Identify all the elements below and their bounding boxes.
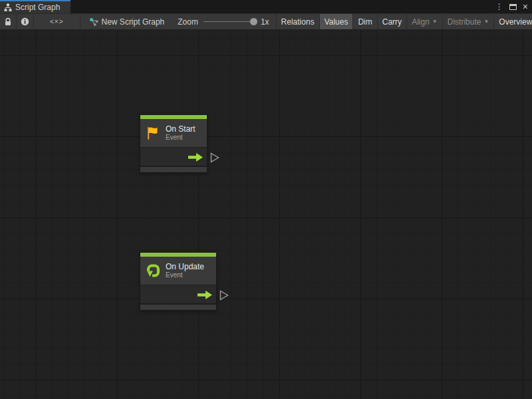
trigger-port-triangle-icon[interactable] bbox=[210, 152, 219, 163]
node-on-start[interactable]: On Start Event bbox=[140, 114, 207, 173]
maximize-button[interactable] bbox=[509, 4, 517, 10]
carry-button[interactable]: Carry bbox=[377, 14, 406, 29]
zoom-value: 1x bbox=[261, 17, 269, 27]
flag-icon bbox=[145, 125, 161, 141]
node-title: On Start bbox=[166, 124, 196, 134]
graph-toolbar: <×> New Script Graph Zoom 1x Relations V… bbox=[0, 13, 532, 29]
loop-icon bbox=[145, 263, 161, 279]
node-footer bbox=[140, 166, 207, 172]
chevron-down-icon: ▼ bbox=[432, 19, 438, 25]
zoom-label: Zoom bbox=[178, 17, 198, 27]
node-port-row bbox=[140, 147, 207, 166]
tab-bar: Script Graph ⋮ × bbox=[0, 0, 532, 13]
zoom-slider-handle[interactable] bbox=[250, 18, 257, 25]
graph-hierarchy-icon bbox=[4, 3, 12, 11]
zoom-slider[interactable] bbox=[203, 21, 255, 22]
node-header[interactable]: On Update Event bbox=[140, 257, 216, 285]
values-button[interactable]: Values bbox=[319, 14, 353, 29]
node-on-update[interactable]: On Update Event bbox=[140, 252, 217, 311]
node-title: On Update bbox=[166, 262, 204, 271]
node-port-row bbox=[140, 285, 216, 303]
node-titles: On Start Event bbox=[166, 124, 196, 142]
breadcrumb[interactable]: New Script Graph bbox=[80, 14, 172, 29]
node-subtitle: Event bbox=[166, 134, 196, 142]
node-titles: On Update Event bbox=[166, 262, 204, 279]
trigger-output-arrow-icon[interactable] bbox=[188, 153, 203, 162]
overview-button[interactable]: Overview bbox=[493, 14, 532, 29]
node-header[interactable]: On Start Event bbox=[140, 119, 207, 147]
graph-canvas[interactable]: On Start Event bbox=[0, 29, 532, 399]
window-menu-button[interactable]: ⋮ bbox=[495, 3, 503, 11]
toolbar-toggles: Relations Values Dim Carry Align ▼ Distr… bbox=[276, 14, 532, 29]
tab-script-graph[interactable]: Script Graph bbox=[0, 0, 70, 13]
node-footer bbox=[140, 303, 216, 310]
info-icon bbox=[21, 17, 29, 26]
code-preview-button[interactable]: <×> bbox=[34, 14, 80, 29]
node-subtitle: Event bbox=[166, 271, 204, 279]
trigger-port-triangle-icon[interactable] bbox=[219, 290, 229, 301]
close-button[interactable]: × bbox=[523, 2, 528, 11]
graph-asset-icon bbox=[90, 17, 98, 26]
lock-button[interactable] bbox=[0, 14, 17, 29]
graph-name: New Script Graph bbox=[102, 17, 165, 27]
relations-button[interactable]: Relations bbox=[276, 14, 319, 29]
window-controls: ⋮ × bbox=[495, 0, 532, 13]
dim-button[interactable]: Dim bbox=[352, 14, 376, 29]
zoom-control: Zoom 1x bbox=[171, 14, 275, 29]
distribute-dropdown[interactable]: Distribute ▼ bbox=[442, 14, 494, 29]
lock-icon bbox=[4, 17, 12, 27]
align-dropdown[interactable]: Align ▼ bbox=[406, 14, 442, 29]
info-button[interactable] bbox=[17, 14, 34, 29]
tab-title: Script Graph bbox=[15, 3, 60, 12]
script-graph-window: Script Graph ⋮ × <×> bbox=[0, 0, 532, 399]
trigger-output-arrow-icon[interactable] bbox=[198, 291, 212, 299]
code-glyph: <×> bbox=[50, 18, 64, 25]
chevron-down-icon: ▼ bbox=[483, 19, 489, 25]
